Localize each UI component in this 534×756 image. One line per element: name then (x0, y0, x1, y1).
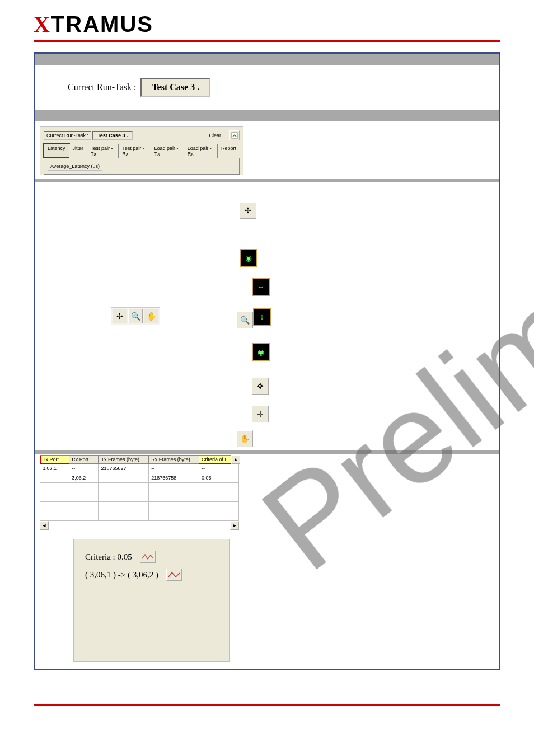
table-cell: -- (99, 473, 149, 483)
table-cell (99, 483, 149, 492)
col-rx-port[interactable]: Rx Port (69, 456, 99, 464)
row-tabs-panel: Currect Run-Task : Test Case 3 . Clear L… (35, 121, 499, 179)
table-row: --3,06,2--2187667580.05 (40, 473, 239, 483)
table-cell (149, 483, 199, 492)
table-cell (99, 502, 149, 511)
table-cell (40, 483, 69, 492)
table-row (40, 483, 239, 492)
data-table-wrap: Tx Port Rx Port Tx Frames (byte) Rx Fram… (40, 455, 239, 521)
scroll-right-icon[interactable]: ► (230, 521, 239, 530)
table-cell: -- (199, 464, 238, 473)
col-tx-port[interactable]: Tx Port (40, 456, 69, 464)
scroll-up-icon[interactable]: ▲ (231, 455, 240, 464)
tab-testpair-tx[interactable]: Test pair - Tx (87, 144, 119, 158)
avg-latency-label: Average_Latency (us) (48, 162, 102, 171)
crosshair-icon[interactable]: ✢ (240, 202, 256, 219)
table-cell (69, 492, 99, 502)
panel-current-task-label: Currect Run-Task : (44, 131, 91, 140)
table-cell: 3,06,1 (40, 464, 69, 473)
tab-loadpair-tx[interactable]: Load pair - Tx (151, 144, 184, 158)
table-cell (199, 483, 238, 492)
criteria-pair-label: ( 3,06,1 ) -> ( 3,06,2 ) (85, 570, 158, 580)
table-cell: -- (69, 464, 99, 473)
tab-strip: Latency Jitter Test pair - Tx Test pair … (44, 144, 240, 158)
criteria-wave-icon[interactable] (140, 551, 156, 563)
chart-toolbar: ✢ 🔍 ✋ (111, 307, 160, 325)
table-cell: 3,06,2 (69, 473, 99, 483)
scope-icon[interactable]: ◉ (240, 249, 257, 267)
zoom-icon[interactable]: 🔍 (128, 309, 143, 323)
table-row (40, 502, 239, 511)
tab-testpair-rx[interactable]: Test pair - Rx (118, 144, 151, 158)
brand-logo: XTRAMUS (34, 11, 500, 37)
pan-center-icon[interactable]: ✛ (252, 406, 269, 422)
table-row: 3,06,1--218765827---- (40, 464, 239, 473)
table-cell: 218766758 (149, 473, 199, 483)
table-cell: 0.05 (199, 473, 238, 483)
content-frame: Currect Run-Task : Test Case 3 . Currect… (34, 52, 500, 670)
table-cell: -- (149, 464, 199, 473)
clear-button[interactable]: Clear (203, 132, 227, 139)
section-bar-2 (35, 110, 499, 121)
col-tx-frames[interactable]: Tx Frames (byte) (99, 456, 149, 464)
criteria-panel: Criteria : 0.05 ( 3,06,1 ) -> ( 3,06,2 ) (73, 539, 230, 662)
page-header: XTRAMUS (0, 0, 534, 37)
criteria-wave2-icon[interactable] (166, 569, 182, 581)
table-cell (149, 492, 199, 502)
table-cell (199, 492, 238, 502)
col-rx-frames[interactable]: Rx Frames (byte) (149, 456, 199, 464)
header-rule (34, 40, 500, 42)
scroll-left-icon[interactable]: ◄ (40, 521, 49, 530)
table-cell (69, 502, 99, 511)
current-task-label: Currect Run-Task : (68, 82, 136, 92)
export-icon[interactable] (229, 130, 240, 140)
data-table: Tx Port Rx Port Tx Frames (byte) Rx Fram… (40, 455, 239, 521)
table-cell: -- (40, 473, 69, 483)
table-cell (149, 502, 199, 511)
table-cell (199, 502, 238, 511)
row-current-task-big: Currect Run-Task : Test Case 3 . (35, 65, 499, 110)
table-cell: 218765827 (99, 464, 149, 473)
row-chart-area: ✢ 🔍 ✋ ✢ ◉ ↔ 🔍 ↕ ◉ ✥ ✛ ✋ (35, 182, 499, 450)
table-cell (199, 511, 238, 521)
section-bar-1 (35, 54, 499, 65)
panel-current-task-value: Test Case 3 . (92, 131, 133, 140)
tab-report[interactable]: Report (217, 144, 240, 158)
current-task-value: Test Case 3 . (140, 78, 210, 97)
footer-rule (34, 704, 500, 706)
pan-hand-icon[interactable]: ✋ (144, 309, 158, 323)
table-row (40, 511, 239, 521)
scope2-icon[interactable]: ◉ (252, 343, 270, 361)
crosshair-icon[interactable]: ✢ (113, 309, 127, 323)
table-cell (69, 483, 99, 492)
zoom-vertical-icon[interactable]: ↕ (253, 308, 271, 326)
table-cell (40, 492, 69, 502)
row-table-criteria: Tx Port Rx Port Tx Frames (byte) Rx Fram… (35, 454, 499, 669)
table-cell (40, 502, 69, 511)
table-cell (69, 511, 99, 521)
pan-icon[interactable]: ✥ (252, 378, 269, 395)
tab-loadpair-rx[interactable]: Load pair - Rx (184, 144, 218, 158)
criteria-label: Criteria : 0.05 (85, 552, 132, 562)
table-row (40, 492, 239, 502)
table-cell (99, 492, 149, 502)
hand-icon[interactable]: ✋ (236, 430, 253, 447)
zoom-horizontal-icon[interactable]: ↔ (252, 278, 270, 296)
table-cell (99, 511, 149, 521)
zoom-icon[interactable]: 🔍 (236, 312, 253, 328)
right-icon-pane: ✢ ◉ ↔ 🔍 ↕ ◉ ✥ ✛ ✋ (236, 182, 499, 450)
brand-logo-x: X (34, 12, 51, 37)
table-cell (40, 511, 69, 521)
table-cell (149, 511, 199, 521)
tab-jitter[interactable]: Jitter (69, 144, 88, 158)
brand-logo-rest: TRAMUS (51, 12, 153, 36)
tab-body: Average_Latency (us) (44, 158, 240, 175)
chart-pane: ✢ 🔍 ✋ (35, 182, 236, 450)
tab-latency[interactable]: Latency (44, 144, 69, 158)
tabs-panel: Currect Run-Task : Test Case 3 . Clear L… (40, 126, 243, 175)
